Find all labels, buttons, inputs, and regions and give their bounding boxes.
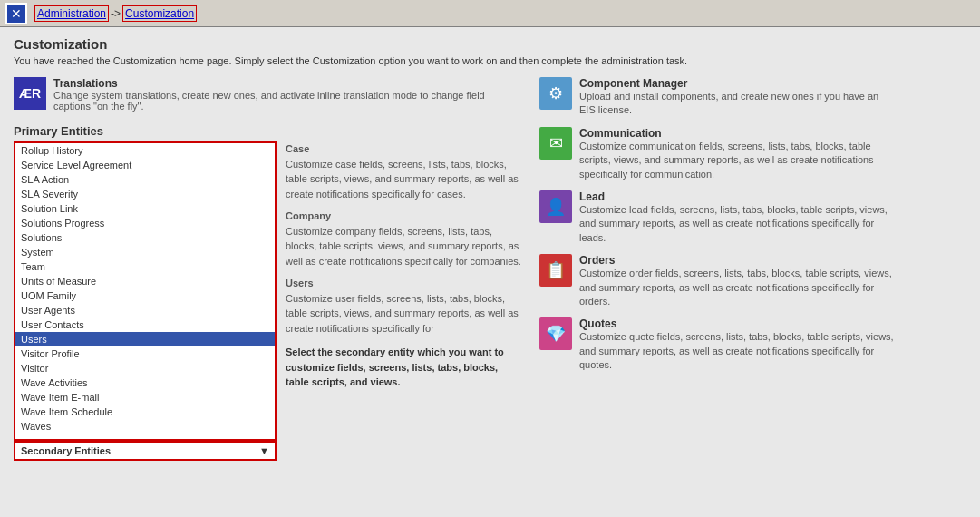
bottom-note: Select the secondary entity which you wa… — [286, 346, 504, 387]
list-item[interactable]: Solutions Progress — [15, 216, 275, 230]
breadcrumb: Administration -> Customization — [34, 5, 197, 22]
primary-entities-dropdown[interactable]: Rollup History Service Level Agreement S… — [14, 141, 277, 441]
communication-title: Communication — [579, 127, 897, 140]
list-item-users-selected[interactable]: Users — [15, 332, 275, 346]
breadcrumb-custom-link[interactable]: Customization — [122, 5, 197, 22]
list-item[interactable]: Solution Link — [15, 201, 275, 216]
list-item[interactable]: Visitor — [15, 361, 275, 376]
translations-icon: ÆR — [14, 77, 46, 110]
user-section-title: Users — [286, 278, 314, 288]
lead-icon: 👤 — [539, 190, 572, 223]
list-item[interactable]: User Contacts — [15, 317, 275, 332]
list-item[interactable]: System — [15, 245, 275, 259]
quotes-title: Quotes — [579, 317, 897, 330]
list-item[interactable]: Units of Measure — [15, 274, 275, 288]
company-section-title: Company — [286, 210, 331, 221]
orders-title: Orders — [579, 254, 897, 267]
communication-description: Customize communication fields, screens,… — [579, 140, 897, 181]
communication-icon: ✉ — [539, 127, 572, 160]
list-item[interactable]: Wave Item Schedule — [15, 405, 275, 419]
page-subtitle: You have reached the Customization home … — [14, 55, 966, 66]
app-icon: ✕ — [5, 3, 27, 24]
secondary-entities-dropdown[interactable]: Secondary Entities ▼ — [14, 441, 277, 461]
lead-description: Customize lead fields, screens, lists, t… — [579, 203, 897, 245]
breadcrumb-separator: -> — [111, 7, 121, 20]
orders-description: Customize order fields, screens, lists, … — [579, 267, 897, 308]
breadcrumb-admin-link[interactable]: Administration — [34, 5, 109, 22]
chevron-down-icon: ▼ — [259, 445, 269, 456]
list-item[interactable]: SLA Severity — [15, 187, 275, 201]
list-item[interactable]: UOM Family — [15, 288, 275, 303]
list-item[interactable]: Rollup History — [15, 143, 275, 158]
page-title: Customization — [14, 36, 966, 52]
case-section-title: Case — [286, 143, 309, 154]
list-item[interactable]: Team — [15, 259, 275, 274]
list-item[interactable]: Wave Activities — [15, 376, 275, 390]
component-manager-description: Upload and install components, and creat… — [579, 90, 897, 118]
quotes-description: Customize quote fields, screens, lists, … — [579, 330, 897, 372]
component-manager-title: Component Manager — [579, 77, 897, 90]
list-item[interactable]: Visitor Profile — [15, 346, 275, 361]
list-item[interactable]: Service Level Agreement — [15, 158, 275, 172]
translations-title: Translations — [53, 77, 521, 90]
component-manager-icon: ⚙ — [539, 77, 572, 110]
secondary-entities-label: Secondary Entities — [21, 445, 111, 456]
quotes-icon: 💎 — [539, 317, 572, 350]
list-item[interactable]: SLA Action — [15, 172, 275, 187]
list-item[interactable]: Solutions — [15, 230, 275, 245]
list-item[interactable]: Wave Item E-mail — [15, 390, 275, 405]
translations-description: Change system translations, create new o… — [53, 90, 521, 112]
case-description: Customize case fields, screens, lists, t… — [286, 157, 521, 202]
lead-title: Lead — [579, 190, 897, 203]
primary-entities-label: Primary Entities — [14, 124, 521, 138]
list-item[interactable]: User Agents — [15, 303, 275, 317]
company-description: Customize company fields, screens, lists… — [286, 224, 521, 269]
list-item[interactable]: Waves — [15, 419, 275, 434]
orders-icon: 📋 — [539, 254, 572, 287]
user-description: Customize user fields, screens, lists, t… — [286, 291, 521, 337]
